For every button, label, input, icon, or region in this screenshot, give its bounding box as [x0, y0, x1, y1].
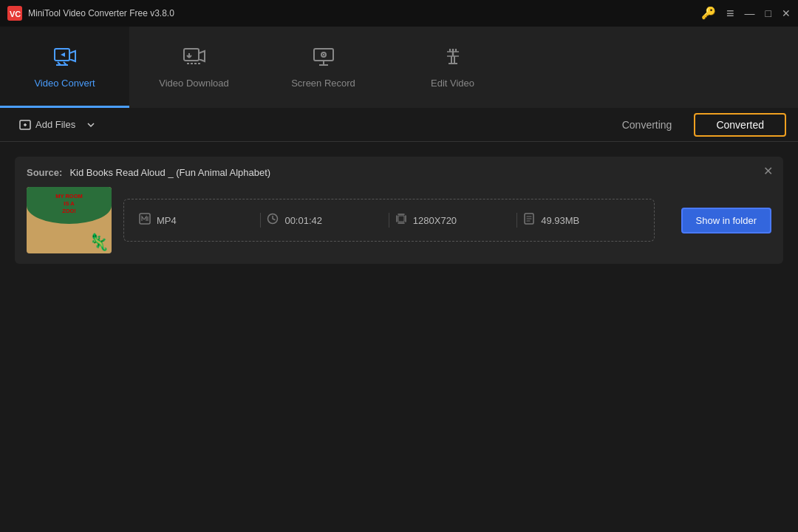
duration-value: 00:01:42	[284, 215, 322, 226]
source-filename: Kid Books Read Aloud _ (Fun Animal Alpha…	[69, 167, 270, 178]
nav-bar: Video Convert Video Download Screen Reco…	[0, 27, 798, 108]
cover-title-text: MY ROOMIS AZOO!	[27, 193, 112, 214]
key-icon[interactable]: 🔑	[701, 7, 716, 19]
video-download-icon	[183, 46, 206, 72]
close-card-button[interactable]: ✕	[763, 166, 773, 177]
add-files-dropdown-button[interactable]	[83, 115, 99, 134]
title-bar-controls: 🔑 ≡ — □ ✕	[701, 7, 791, 20]
format-item: MP4	[139, 213, 254, 228]
nav-label-edit-video: Edit Video	[431, 78, 474, 89]
tabs-area: Converting Converted	[600, 113, 786, 137]
nav-label-video-convert: Video Convert	[34, 78, 95, 89]
svg-point-6	[322, 54, 324, 55]
resolution-item: 1280X720	[395, 213, 511, 228]
format-icon	[139, 213, 151, 228]
filesize-item: 49.93MB	[523, 213, 638, 228]
filesize-value: 49.93MB	[541, 215, 579, 226]
nav-item-edit-video[interactable]: Edit Video	[388, 27, 517, 108]
svg-text:VC: VC	[10, 10, 21, 18]
edit-video-icon	[441, 46, 465, 72]
resolution-value: 1280X720	[413, 215, 457, 226]
minimize-button[interactable]: —	[745, 8, 755, 18]
nav-label-screen-record: Screen Record	[291, 78, 355, 89]
divider-3	[516, 213, 517, 228]
title-bar-left: VC MiniTool Video Converter Free v3.8.0	[7, 6, 174, 21]
add-files-button[interactable]: Add Files	[12, 115, 83, 135]
resolution-icon	[395, 213, 407, 228]
nav-item-video-download[interactable]: Video Download	[129, 27, 259, 108]
duration-icon	[267, 213, 279, 228]
divider-2	[389, 213, 389, 228]
divider-1	[260, 213, 261, 228]
nav-item-video-convert[interactable]: Video Convert	[0, 27, 129, 108]
toolbar: Add Files Converting Converted	[0, 108, 798, 142]
duration-item: 00:01:42	[267, 213, 382, 228]
dropdown-chevron-icon	[87, 123, 95, 128]
app-logo-icon: VC	[7, 6, 22, 21]
filesize-icon	[523, 213, 535, 228]
maximize-button[interactable]: □	[765, 8, 771, 18]
nav-item-screen-record[interactable]: Screen Record	[259, 27, 388, 108]
add-files-icon	[19, 119, 31, 131]
file-header: Source: Kid Books Read Aloud _ (Fun Anim…	[27, 167, 771, 178]
menu-icon[interactable]: ≡	[726, 7, 734, 20]
tab-converted[interactable]: Converted	[694, 113, 786, 137]
nav-label-video-download: Video Download	[159, 78, 228, 89]
svg-rect-3	[184, 49, 199, 61]
file-card: Source: Kid Books Read Aloud _ (Fun Anim…	[15, 157, 783, 264]
cover-animal-icon: 🦎	[89, 233, 109, 252]
app-title: MiniTool Video Converter Free v3.8.0	[28, 8, 174, 18]
video-convert-icon	[53, 46, 77, 72]
source-label: Source:	[27, 167, 62, 178]
format-value: MP4	[157, 215, 177, 226]
screen-record-icon	[312, 46, 335, 72]
thumbnail: MY ROOMIS AZOO! 🦎	[27, 187, 112, 253]
file-info-row: MP4 00:01:42	[123, 199, 655, 242]
tab-converting[interactable]: Converting	[600, 113, 695, 137]
book-cover-art: MY ROOMIS AZOO! 🦎	[27, 187, 112, 253]
add-files-label: Add Files	[35, 119, 75, 130]
title-bar: VC MiniTool Video Converter Free v3.8.0 …	[0, 0, 798, 27]
file-body: MY ROOMIS AZOO! 🦎 MP4	[27, 187, 771, 253]
show-in-folder-button[interactable]: Show in folder	[681, 208, 771, 233]
close-button[interactable]: ✕	[782, 8, 791, 18]
content-area: Source: Kid Books Read Aloud _ (Fun Anim…	[0, 142, 798, 532]
